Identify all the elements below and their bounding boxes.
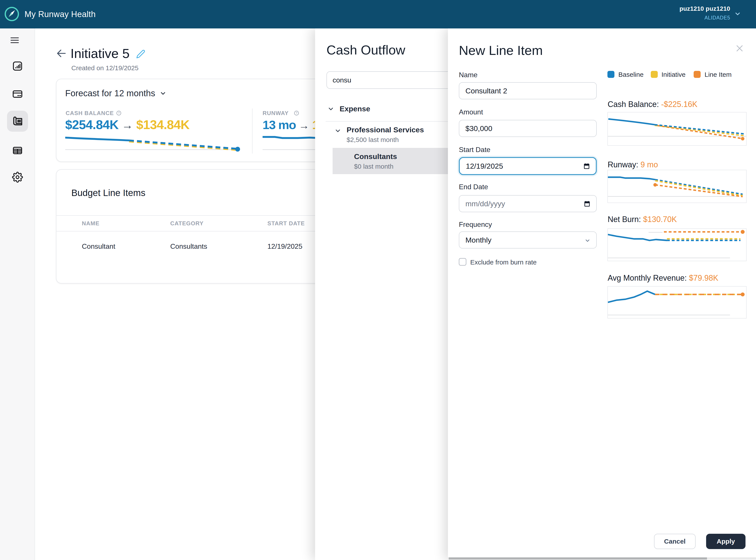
- svg-text:?: ?: [296, 111, 297, 115]
- svg-text:?: ?: [118, 111, 120, 115]
